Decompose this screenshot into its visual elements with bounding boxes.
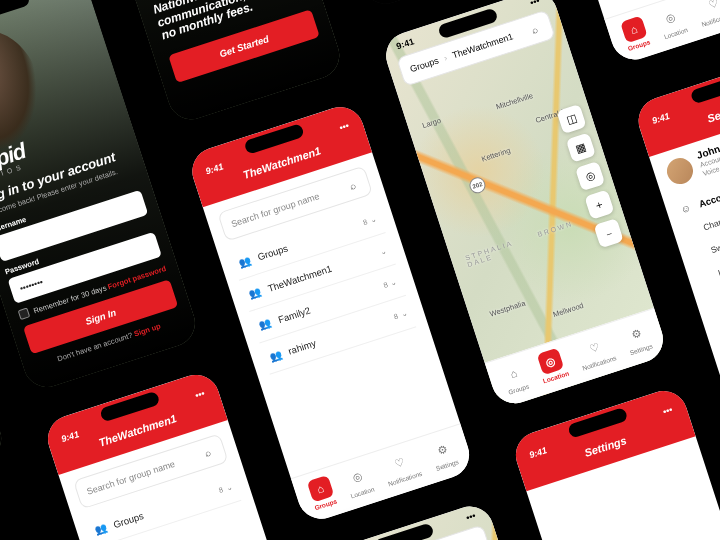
remember-checkbox[interactable] bbox=[18, 307, 31, 320]
group-icon: 👥 bbox=[246, 284, 264, 302]
search-icon: ⌕ bbox=[343, 176, 361, 194]
tab-notifications[interactable]: ♡Notifications bbox=[380, 447, 423, 487]
tab-notifications[interactable]: ♡Notifications bbox=[574, 331, 617, 371]
search-icon[interactable]: ⌕ bbox=[526, 20, 544, 38]
tab-groups[interactable]: ⌂Groups bbox=[500, 360, 531, 396]
avatar bbox=[664, 155, 697, 188]
user-icon: ☺ bbox=[677, 200, 695, 218]
search-icon: ⌕ bbox=[199, 444, 217, 462]
group-icon: 👥 bbox=[236, 252, 254, 270]
group-icon: 👥 bbox=[256, 315, 274, 333]
tab-groups[interactable]: ⌂Groups bbox=[620, 15, 652, 52]
tab-location[interactable]: ◎Location bbox=[342, 462, 375, 499]
tab-settings[interactable]: ⚙Settings bbox=[428, 435, 460, 472]
tab-settings[interactable]: ⚙Settings bbox=[621, 320, 653, 357]
tab-location[interactable]: ◎Location bbox=[656, 3, 689, 40]
tab-location[interactable]: ◎Location bbox=[534, 347, 569, 385]
group-icon: 👥 bbox=[266, 346, 284, 364]
tab-groups[interactable]: ⌂Groups bbox=[306, 475, 338, 512]
tab-bar: ⌂Groups ◎Location ♡Notifications ⚙Settin… bbox=[604, 0, 720, 66]
tab-notifications[interactable]: ♡Notifications bbox=[693, 0, 720, 28]
